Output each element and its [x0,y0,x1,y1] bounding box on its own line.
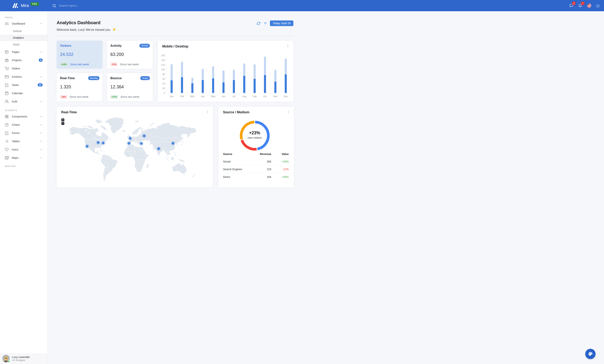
layout-icon [5,50,9,54]
sidebar-item-auth[interactable]: Auth [0,97,48,106]
stacked-bar-chart: 020406080100120140160JanFebMarAprMayJunJ… [158,54,294,101]
map-marker-new-delhi[interactable] [156,146,161,151]
source-table-row: Direct164+46% [223,173,289,181]
sidebar-item-icons[interactable]: Icons [0,145,48,154]
stat-card-bounce: BounceYearly12.364+27%Since last week [107,73,153,101]
stat-note: Since last week [70,95,88,98]
heart-icon [5,148,9,151]
sidebar-item-label: Dashboard [12,22,25,25]
sidebar-subitem-analytics[interactable]: Analytics [0,35,48,41]
source-menu-button[interactable] [286,110,290,114]
search-input[interactable] [59,4,108,7]
map-zoom-in-button[interactable]: + [61,118,64,121]
navbar-search[interactable] [52,0,108,11]
svg-text:80: 80 [163,73,165,75]
map-marker-los-angeles[interactable] [85,144,89,149]
sidebar-item-icon [5,83,9,87]
sidebar-item-forms[interactable]: Forms [0,129,48,137]
chevron-down-icon [39,140,43,143]
pie-chart-icon [5,123,9,127]
svg-text:Jun: Jun [222,95,225,98]
sidebar-item-chevron [39,156,43,159]
sidebar-subitem-saas[interactable]: SaaS [0,41,48,48]
page-subtitle: Welcome back, Lucy! We've missed you. [57,28,116,32]
sidebar-item-label: Tasks [12,84,19,87]
refresh-button[interactable] [256,21,261,26]
sidebar-item-invoices[interactable]: Invoices [0,73,48,81]
map-marker-chicago[interactable] [96,140,101,145]
stat-value: 24.532 [60,52,99,57]
map-marker-new-york[interactable] [101,141,105,145]
filter-button[interactable] [263,21,268,26]
map-card-title: Real-Time [61,110,208,114]
source-medium-card: Source / Medium +23% new visitors Source… [218,107,294,182]
donut-chart [240,121,270,151]
stat-period-badge[interactable]: Yearly [140,76,150,80]
value-cell: -12% [271,165,289,173]
sidebar-item-pages[interactable]: Pages [0,48,48,56]
bar-chart-menu-button[interactable] [286,44,289,48]
map-marker-london[interactable] [128,136,132,140]
sidebar-item-icon [5,58,9,62]
users-icon [5,100,9,103]
source-cell: Direct [223,173,251,181]
sidebar-item-icon [5,67,9,70]
sidebar-subitem-default[interactable]: Default [0,28,48,35]
svg-text:Dec: Dec [284,95,288,98]
sidebar-item-icon [5,131,9,135]
sidebar-item-icon [5,139,9,143]
map-menu-button[interactable] [205,110,209,114]
map-zoom-out-button[interactable]: − [61,122,64,125]
page-title: Analytics Dashboard [57,20,116,25]
sidebar-item-icon [5,115,9,118]
sidebar-item-charts[interactable]: Charts [0,121,48,129]
stat-period-badge[interactable]: Monthly [88,76,100,80]
source-table: Source Revenue Value Social260+35%Search… [223,151,289,181]
stat-delta-badge: +27% [111,95,118,99]
revenue-col-header: Revenue [251,151,271,158]
sidebar-item-calendar[interactable]: Calendar [0,89,48,97]
check-square-icon [5,131,9,135]
map-marker-istanbul[interactable] [139,141,144,146]
stat-card-visitors: Visitors24.532+14%Since last week [57,41,102,69]
sidebar-item-chevron [39,22,43,25]
mobile-desktop-chart-card: Mobile / Desktop 020406080100120140160Ja… [158,41,293,102]
source-table-row: Search Engines125-12% [223,165,289,173]
value-col-header: Value [271,151,289,158]
sidebar-badge-tasks: 17 [38,83,43,87]
stat-title: Visitors [60,44,99,48]
svg-text:100: 100 [161,68,165,71]
list-icon [5,139,9,143]
sidebar-item-chevron [39,132,43,135]
stat-delta-badge: -18% [60,95,67,99]
sidebar-item-projects[interactable]: Projects8 [0,56,48,64]
today-date-button[interactable]: Today: April 29 [270,20,293,26]
sidebar-item-label: Orders [12,67,20,70]
sidebar-item-chevron [39,50,43,53]
map-marker-moscow[interactable] [142,134,147,138]
map-marker-beijing[interactable] [171,141,175,146]
chevron-down-icon [39,75,43,78]
sidebar-item-tables[interactable]: Tables [0,137,48,145]
realtime-map-card: Real-Time + − [57,107,213,182]
map-marker-madrid[interactable] [127,141,131,146]
stat-card-realtime: Real-TimeMonthly1.320-18%Since last week [57,73,102,101]
check-square-icon [5,83,9,87]
world-map[interactable]: + − [60,115,209,182]
sidebar-item-components[interactable]: Components [0,113,48,121]
chevron-down-icon [39,132,43,135]
brand[interactable]: Mira PRO [13,3,39,8]
sidebar-item-dashboard[interactable]: Dashboard [0,20,48,28]
sidebar-item-tasks[interactable]: Tasks17 [0,81,48,89]
stat-note: Since last week [120,95,139,98]
stat-period-badge[interactable]: Annual [139,44,150,48]
sidebar-item-orders[interactable]: Orders [0,64,48,73]
main-content: Analytics Dashboard Welcome back, Lucy! … [48,11,302,182]
svg-text:0: 0 [164,92,165,94]
sidebar-item-label: Maps [12,156,18,159]
sidebar-section-mira-pro: MIRA PRO [0,164,48,168]
sidebar-item-label: Pages [12,50,20,53]
source-cell: Social [223,158,251,165]
sidebar-item-label: Projects [12,59,22,62]
sidebar-item-maps[interactable]: Maps [0,154,48,162]
